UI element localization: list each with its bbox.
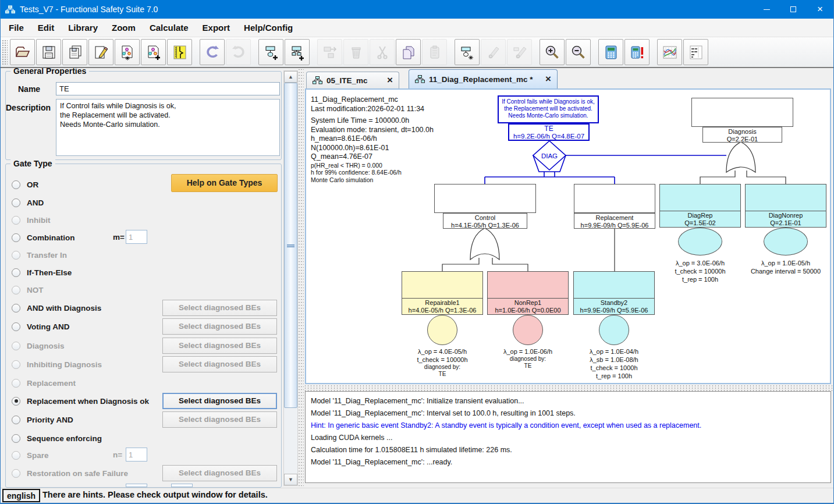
model-add-button[interactable] [141,39,166,65]
gate-option-label: AND [27,198,44,207]
radio-combination[interactable] [12,233,20,242]
tab-label[interactable]: 11_Diag_Replacement_mc * [429,75,533,84]
radio-if-then-else[interactable] [12,268,20,277]
event-ellipse-diagrep[interactable] [678,228,722,255]
gate-box-diagnosis[interactable] [691,98,793,127]
help-on-gate-types-button[interactable]: Help on Gate Types [171,174,278,192]
close-button[interactable]: × [807,0,833,19]
app-window: Tests_V7 - Functional Safety Suite 7.0 ×… [0,0,834,504]
event-box-repairable1[interactable]: Repairable1 h=4.0E-05/h Q=1.3E-06 [402,271,483,315]
report-button[interactable] [167,39,192,65]
scrollbar-thumb[interactable] [284,83,297,408]
menu-file[interactable]: File [1,23,31,33]
event-circle-repairable1[interactable] [427,315,457,345]
scroll-up-button[interactable]: ▲ [284,71,297,83]
status-bar: english There are hints. Please check ou… [1,488,833,503]
undo-button[interactable] [200,39,225,65]
radio-voting-and[interactable] [12,322,20,331]
te-node-label[interactable]: TE h=9.2E-06/h Q=4.8E-07 [508,123,590,141]
event-circle-nonrep1[interactable] [513,315,543,345]
toolbar-grip[interactable] [2,40,8,65]
gate-box-control[interactable] [434,184,536,213]
evaluation-info: 11_Diag_Replacement_mc Last modification… [311,95,434,183]
menu-export[interactable]: Export [196,23,237,33]
gate-label-control[interactable]: Control h=4.1E-05/h Q=1.3E-06 [443,213,527,229]
event-circle-standby2[interactable] [599,315,629,345]
gate-box-replacement[interactable] [574,184,655,213]
results-text-icon [688,44,704,61]
gate-option-if-then-else[interactable]: If-Then-Else [12,264,72,281]
add-gate-button[interactable] [285,39,310,65]
calculate-important-button[interactable] [624,39,650,65]
gate-label-diagnosis[interactable]: Diagnosis Q=2.2E-01 [702,127,782,143]
m-input[interactable] [126,230,147,244]
n-input[interactable] [126,448,147,462]
output-window[interactable]: Model '11_Diag_Replacement_mc': Initiali… [305,391,831,483]
open-button[interactable] [10,39,35,65]
menu-library[interactable]: Library [61,23,105,33]
model-cut-icon [119,44,136,61]
gate-option-or[interactable]: OR [12,176,38,193]
copy-button[interactable] [396,39,421,65]
menu-calculate[interactable]: Calculate [143,23,196,33]
horizontal-splitter[interactable] [304,385,834,391]
tab-05-ite-mc[interactable]: 05_ITE_mc × [306,72,399,88]
name-input[interactable] [56,82,280,95]
gate-label-replacement[interactable]: Replacement h=9.9E-09/h Q=5.9E-06 [574,213,655,229]
radio-and[interactable] [12,198,20,207]
gate-option-and[interactable]: AND [12,194,44,211]
menu-zoom[interactable]: Zoom [105,23,143,33]
param-line: t_check = 10000h [396,356,489,364]
maximize-button[interactable] [780,0,807,19]
menu-help-config[interactable]: Help/Config [237,23,300,33]
vertical-splitter[interactable] [298,68,304,488]
zoom-in-button[interactable] [540,39,565,65]
gate-option-and-with-diagnosis[interactable]: AND with Diagnosis [12,300,101,316]
radio-sequence-enforcing[interactable] [12,434,20,443]
tab-11-diag-replacement-mc[interactable]: 11_Diag_Replacement_mc * × [409,69,558,88]
properties-scrollbar[interactable]: ▲ ▼ [283,70,298,486]
language-selector[interactable]: english [2,489,40,502]
edit-description-button[interactable] [88,39,113,65]
event-box-diagrep[interactable]: DiagRep Q=1.5E-02 [659,184,741,228]
radio-and-with-diagnosis[interactable] [12,304,20,313]
results-text-button[interactable] [683,39,708,65]
radio-priority-and[interactable] [12,416,20,424]
param-line: λ_op = 3.0E-06/h [654,259,747,267]
node-value: Q=2.2E-01 [703,136,782,143]
gate-option-combination[interactable]: Combination [12,229,75,246]
scrollbar-track[interactable] [284,408,297,474]
param-line: λ_op = 1.0E-05/h [736,259,834,267]
gate-option-priority-and[interactable]: Priority AND [12,411,73,428]
tab-close-icon[interactable]: × [387,76,393,84]
zoom-out-button[interactable] [566,39,591,65]
gate-option-voting-and[interactable]: Voting AND [12,318,70,335]
gate-option-replacement-when-diagnosis-ok[interactable]: Replacement when Diagnosis ok [12,393,149,409]
fault-tree-canvas[interactable]: DIAG 11_Diag_Replacement_mc Last modific… [305,88,831,384]
gate-option-sequence-enforcing[interactable]: Sequence enforcing [12,430,102,446]
calculate-button[interactable] [598,39,623,65]
event-ellipse-diagnonrep[interactable] [764,228,808,255]
radio-replacement-when-diagnosis-ok[interactable] [12,397,20,406]
save-all-button[interactable] [62,39,87,65]
minimize-button[interactable] [753,0,780,19]
tab-close-icon[interactable]: × [545,75,551,83]
menu-edit[interactable]: Edit [31,23,61,33]
tab-label[interactable]: 05_ITE_mc [326,76,368,85]
event-box-nonrep1[interactable]: NonRep1 h=1.0E-06/h Q=0.0E00 [487,271,569,315]
plot-button[interactable] [657,39,682,65]
zoom-in-icon [544,44,560,61]
model-remove-button[interactable] [115,39,140,65]
radio-or[interactable] [12,180,20,189]
event-box-standby2[interactable]: Standby2 h=9.9E-09/h Q=5.9E-06 [573,271,655,315]
select-diagnosed-bes-replacement-when-diagnosis-ok[interactable]: Select diagnosed BEs [162,393,277,409]
add-basic-event-button[interactable] [258,39,283,65]
scroll-down-button[interactable]: ▼ [284,474,297,485]
event-box-diagnonrep[interactable]: DiagNonrep Q=2.1E-01 [745,184,826,228]
cutoff-field-1 [126,484,147,487]
description-input[interactable]: If Control fails while Diagnosis is ok, … [56,99,280,156]
save-button[interactable] [36,39,61,65]
event-label-nonrep1: NonRep1 h=1.0E-06/h Q=0.0E00 [488,298,568,314]
disconnect-event-button[interactable] [455,39,480,65]
te-annotation-box[interactable]: If Control fails while Diagnosis is ok, … [498,95,599,123]
